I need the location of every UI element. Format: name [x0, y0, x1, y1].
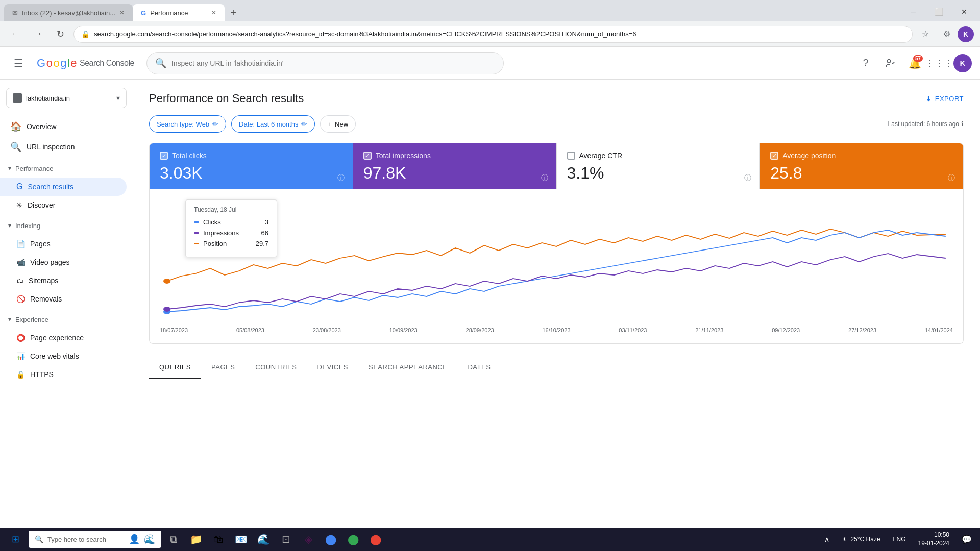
indexing-section-header[interactable]: ▾ Indexing	[0, 216, 133, 235]
metric-card-average-position[interactable]: ✓ Average position 25.8 ⓘ	[760, 143, 963, 189]
app-name: Search Console	[80, 59, 134, 68]
notifications-button[interactable]: 🔔 57	[904, 53, 925, 73]
taskbar-weather[interactable]: ☀ 25°C Haze	[838, 534, 884, 545]
position-dot	[194, 243, 199, 244]
taskbar-chrome-2[interactable]: ⬤	[343, 529, 363, 549]
search-input[interactable]	[172, 59, 495, 67]
sitemaps-label: Sitemaps	[29, 277, 58, 285]
total-clicks-checkbox[interactable]: ✓	[160, 152, 168, 160]
taskbar-chevron[interactable]: ∧	[820, 533, 834, 545]
profile-button[interactable]: K	[958, 26, 974, 42]
extensions-button[interactable]: ⚙	[938, 26, 955, 43]
sidebar-item-overview[interactable]: 🏠 Overview	[0, 116, 127, 137]
reload-button[interactable]: ↻	[51, 25, 69, 43]
indexing-arrow: ▾	[8, 222, 11, 229]
maximize-button[interactable]: ⬜	[927, 4, 950, 19]
taskbar-explorer[interactable]: 📁	[186, 529, 206, 549]
experience-arrow: ▾	[8, 316, 11, 323]
taskbar-notification-center[interactable]: 💬	[958, 530, 976, 548]
export-button[interactable]: ⬇ EXPORT	[926, 95, 964, 103]
url-inspection-search[interactable]: 🔍	[146, 52, 504, 74]
windows-logo-icon: ⊞	[12, 534, 19, 545]
app-header: ☰ Google Search Console 🔍 ? 🔔 57	[0, 47, 980, 80]
tab-queries[interactable]: QUERIES	[149, 356, 201, 379]
x-label-9: 27/12/2023	[848, 327, 876, 333]
discover-label: Discover	[28, 201, 55, 209]
taskbar-edge[interactable]: 🌊	[253, 529, 274, 549]
sidebar-item-page-experience[interactable]: ⭕ Page experience	[0, 329, 127, 347]
last-updated-help-icon[interactable]: ℹ	[961, 120, 964, 128]
property-dropdown[interactable]: lakhotiaindia.in ▾	[6, 88, 127, 108]
user-avatar[interactable]: K	[953, 54, 972, 72]
overview-label: Overview	[27, 122, 56, 131]
x-label-0: 18/07/2023	[160, 327, 188, 333]
x-label-6: 03/11/2023	[619, 327, 647, 333]
search-console-tab-close[interactable]: ✕	[211, 9, 216, 16]
bookmark-button[interactable]: ☆	[917, 26, 934, 43]
address-bar[interactable]: 🔒 search.google.com/search-console/perfo…	[74, 26, 913, 43]
x-label-4: 28/09/2023	[466, 327, 494, 333]
sidebar-item-sitemaps[interactable]: 🗂 Sitemaps	[0, 271, 127, 290]
tab-dates[interactable]: DATES	[457, 356, 501, 379]
performance-section-header[interactable]: ▾ Performance	[0, 159, 133, 178]
manage-property-button[interactable]	[880, 53, 900, 73]
new-tab-button[interactable]: +	[225, 4, 242, 21]
property-dropdown-arrow: ▾	[116, 94, 120, 102]
total-impressions-help-icon[interactable]: ⓘ	[541, 173, 548, 183]
average-ctr-help-icon[interactable]: ⓘ	[744, 173, 751, 183]
add-filter-button[interactable]: + New	[320, 115, 356, 133]
taskbar-chrome-1[interactable]: ⬤	[321, 529, 341, 549]
gmail-tab-close[interactable]: ✕	[119, 9, 125, 16]
search-type-edit-icon: ✏	[212, 120, 218, 128]
browser-tab-gmail[interactable]: ✉ Inbox (22) - kesav@lakhotiain... ✕	[4, 4, 133, 21]
metric-card-total-clicks[interactable]: ✓ Total clicks 3.03K ⓘ	[150, 143, 353, 189]
average-ctr-value: 3.1%	[567, 164, 750, 183]
sidebar-item-search-results[interactable]: G Search results	[0, 178, 127, 196]
sidebar-item-https[interactable]: 🔒 HTTPS	[0, 365, 127, 384]
average-position-help-icon[interactable]: ⓘ	[948, 173, 955, 183]
search-type-filter[interactable]: Search type: Web ✏	[149, 115, 226, 133]
help-button[interactable]: ?	[855, 53, 876, 73]
back-button[interactable]: ←	[6, 25, 24, 43]
total-impressions-checkbox[interactable]: ✓	[363, 152, 372, 160]
tab-search-appearance[interactable]: SEARCH APPEARANCE	[358, 356, 457, 379]
taskbar-slack[interactable]: ◈	[298, 529, 318, 549]
hamburger-menu[interactable]: ☰	[8, 53, 29, 73]
browser-tab-search-console[interactable]: G Performance ✕	[133, 4, 225, 21]
taskbar-task-view[interactable]: ⧉	[163, 529, 184, 549]
date-label: Date: Last 6 months	[239, 120, 298, 128]
chart-area: Tuesday, 18 Jul Clicks 3 Impressions 66	[149, 189, 964, 344]
date-filter[interactable]: Date: Last 6 months ✏	[231, 115, 315, 133]
start-button[interactable]: ⊞	[4, 529, 27, 549]
performance-section-label: Performance	[15, 165, 53, 172]
taskbar-language[interactable]: ENG	[889, 534, 910, 545]
sidebar-item-video-pages[interactable]: 📹 Video pages	[0, 253, 127, 271]
devices-tab-label: DEVICES	[317, 363, 348, 371]
taskbar-terminal[interactable]: ⊡	[276, 529, 296, 549]
taskbar-mail[interactable]: 📧	[231, 529, 251, 549]
sidebar-item-pages[interactable]: 📄 Pages	[0, 235, 127, 253]
minimize-button[interactable]: ─	[901, 4, 925, 19]
sidebar-item-core-web-vitals[interactable]: 📊 Core web vitals	[0, 347, 127, 365]
tab-pages[interactable]: PAGES	[201, 356, 245, 379]
forward-button[interactable]: →	[29, 25, 47, 43]
average-ctr-checkbox[interactable]	[567, 152, 575, 160]
taskbar-search-bar[interactable]: 🔍 Type here to search 👤 🌊	[29, 531, 161, 548]
sidebar-item-url-inspection[interactable]: 🔍 URL inspection	[0, 137, 127, 157]
total-impressions-value: 97.8K	[363, 164, 546, 183]
total-clicks-help-icon[interactable]: ⓘ	[337, 173, 345, 183]
taskbar-time[interactable]: 10:50 19-01-2024	[914, 529, 953, 550]
experience-section-header[interactable]: ▾ Experience	[0, 310, 133, 329]
average-position-checkbox[interactable]: ✓	[770, 152, 778, 160]
taskbar-chrome-3[interactable]: ⬤	[365, 529, 386, 549]
apps-button[interactable]: ⋮⋮⋮	[929, 53, 949, 73]
metric-card-average-ctr[interactable]: Average CTR 3.1% ⓘ	[557, 143, 761, 189]
average-position-value: 25.8	[770, 164, 953, 183]
tab-countries[interactable]: COUNTRIES	[245, 356, 307, 379]
taskbar-store[interactable]: 🛍	[208, 529, 229, 549]
metric-card-total-impressions[interactable]: ✓ Total impressions 97.8K ⓘ	[353, 143, 557, 189]
sidebar-item-discover[interactable]: ✳ Discover	[0, 196, 127, 214]
close-button[interactable]: ✕	[952, 4, 976, 19]
tab-devices[interactable]: DEVICES	[307, 356, 358, 379]
sidebar-item-removals[interactable]: 🚫 Removals	[0, 290, 127, 308]
